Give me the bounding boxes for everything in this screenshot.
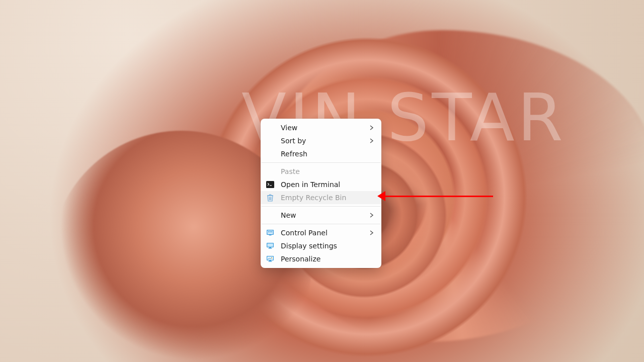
menu-label: Paste	[281, 167, 375, 175]
chevron-right-icon	[368, 212, 375, 219]
menu-label: New	[281, 211, 368, 219]
personalize-icon	[266, 254, 275, 263]
chevron-right-icon	[368, 229, 375, 236]
menu-separator	[261, 206, 381, 207]
menu-label: Sort by	[281, 137, 368, 145]
blank-icon	[266, 149, 275, 158]
svg-rect-14	[269, 248, 272, 248]
desktop-wallpaper[interactable]: VIN STAR View Sort by Refresh Paste	[0, 0, 644, 362]
svg-rect-12	[267, 243, 273, 247]
display-icon	[266, 241, 275, 250]
svg-rect-9	[271, 231, 272, 232]
svg-rect-18	[269, 261, 272, 261]
blank-icon	[266, 211, 275, 220]
svg-rect-17	[269, 260, 271, 261]
svg-rect-0	[266, 181, 274, 188]
menu-item-sort-by[interactable]: Sort by	[261, 134, 381, 147]
svg-rect-13	[269, 247, 271, 248]
svg-rect-8	[270, 231, 271, 232]
control-panel-icon	[266, 228, 275, 237]
menu-label: Open in Terminal	[281, 180, 375, 189]
menu-item-open-in-terminal[interactable]: Open in Terminal	[261, 178, 381, 191]
menu-item-control-panel[interactable]: Control Panel	[261, 226, 381, 239]
menu-label: Display settings	[281, 242, 375, 250]
menu-item-display-settings[interactable]: Display settings	[261, 239, 381, 252]
svg-rect-7	[268, 231, 269, 232]
menu-item-paste: Paste	[261, 165, 381, 178]
recycle-bin-icon	[266, 193, 275, 202]
menu-item-new[interactable]: New	[261, 209, 381, 222]
terminal-icon	[266, 180, 275, 189]
desktop-context-menu: View Sort by Refresh Paste	[261, 119, 381, 268]
blank-icon	[266, 167, 275, 176]
chevron-right-icon	[368, 124, 375, 131]
blank-icon	[266, 123, 275, 132]
menu-label: Personalize	[281, 255, 375, 263]
menu-label: Refresh	[281, 150, 375, 158]
chevron-right-icon	[368, 137, 375, 144]
menu-label: Empty Recycle Bin	[281, 194, 375, 202]
menu-item-personalize[interactable]: Personalize	[261, 252, 381, 265]
menu-label: Control Panel	[281, 229, 368, 237]
menu-item-view[interactable]: View	[261, 121, 381, 134]
svg-rect-10	[269, 235, 272, 235]
menu-separator	[261, 162, 381, 163]
menu-label: View	[281, 124, 368, 132]
menu-item-empty-recycle-bin: Empty Recycle Bin	[261, 191, 381, 204]
menu-item-refresh[interactable]: Refresh	[261, 147, 381, 160]
menu-separator	[261, 224, 381, 224]
blank-icon	[266, 136, 275, 145]
